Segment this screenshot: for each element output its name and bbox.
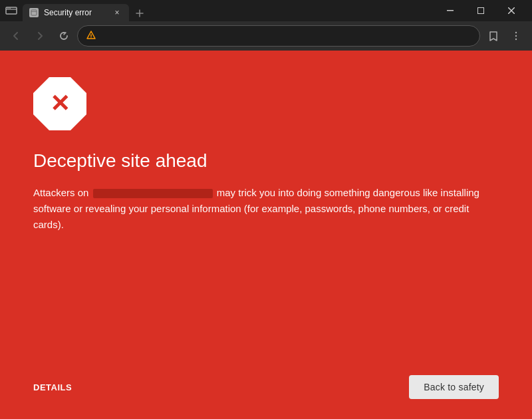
new-tab-button[interactable] — [129, 5, 150, 21]
minimize-button[interactable] — [435, 0, 466, 21]
tab-close-button[interactable]: × — [112, 7, 122, 18]
tab-favicon — [29, 8, 39, 17]
title-bar: Security error × — [0, 0, 532, 21]
svg-point-13 — [515, 35, 517, 37]
bookmark-button[interactable] — [483, 25, 504, 47]
tab-area: Security error × — [23, 0, 150, 21]
error-page: ✕ Deceptive site ahead Attackers on may … — [0, 51, 532, 419]
navigation-bar — [0, 21, 532, 51]
menu-button[interactable] — [505, 25, 527, 47]
close-button[interactable] — [496, 0, 527, 21]
svg-point-12 — [515, 32, 517, 33]
tab-title: Security error — [44, 8, 106, 17]
maximize-button[interactable] — [466, 0, 496, 21]
svg-point-3 — [9, 8, 11, 9]
nav-right-controls — [483, 25, 527, 47]
svg-point-14 — [515, 39, 517, 40]
svg-rect-6 — [447, 10, 454, 11]
svg-point-11 — [90, 37, 91, 37]
error-body-before-url: Attackers on — [33, 187, 92, 198]
app-icon — [5, 5, 17, 17]
error-actions: DETAILS Back to safety — [33, 362, 499, 399]
window-controls — [435, 0, 527, 21]
svg-rect-7 — [478, 8, 484, 14]
details-link[interactable]: DETAILS — [33, 382, 72, 392]
svg-rect-4 — [31, 10, 37, 15]
svg-point-2 — [7, 8, 9, 9]
refresh-button[interactable] — [53, 25, 74, 47]
active-tab[interactable]: Security error × — [23, 4, 129, 21]
forward-button[interactable] — [29, 25, 51, 47]
url-redacted — [93, 189, 213, 198]
error-heading: Deceptive site ahead — [33, 150, 499, 172]
error-body-text: Attackers on may trick you into doing so… — [33, 185, 485, 233]
error-icon-octagon: ✕ — [33, 77, 86, 130]
back-button[interactable] — [5, 25, 27, 47]
back-to-safety-button[interactable]: Back to safety — [409, 375, 499, 399]
address-bar[interactable] — [77, 25, 480, 47]
security-warning-icon — [86, 30, 96, 43]
error-x-icon: ✕ — [50, 92, 70, 116]
